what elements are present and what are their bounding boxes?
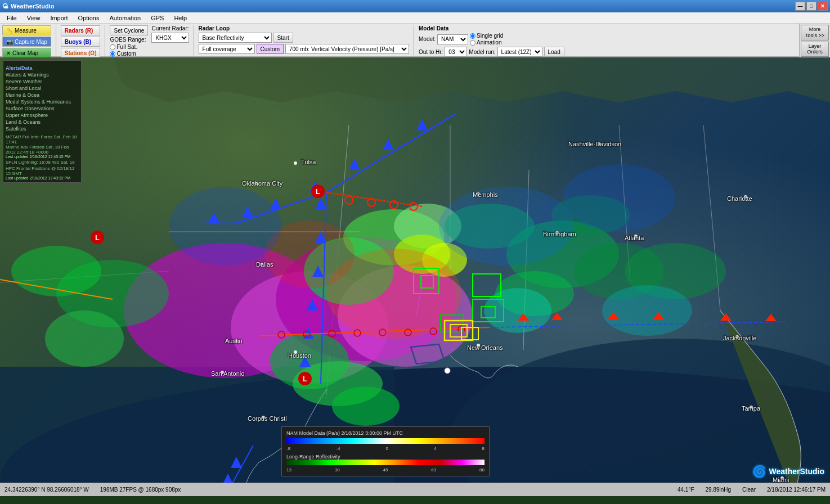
ws-logo-text: WeatherStudio: [769, 467, 824, 476]
grid-anim-options: Single grid Animation: [470, 33, 503, 46]
map-area[interactable]: L L L Tulsa Oklahoma City Dallas Austin …: [0, 57, 830, 496]
titlebar-controls: — □ ✕: [795, 2, 828, 11]
sidebar-last-updated-1: Last updated 2/18/2012 12:45:15 PM: [6, 155, 79, 159]
model-color-bar: [286, 438, 484, 445]
model-select[interactable]: NAM: [437, 34, 468, 44]
ref-63: 63: [431, 467, 436, 472]
model-max: 8: [482, 446, 484, 451]
model-run-label: Model run:: [469, 49, 495, 55]
menu-file[interactable]: File: [2, 14, 21, 22]
coordinates: 24.34226390° N 98.26606018° W: [5, 487, 89, 493]
custom-button[interactable]: Custom: [257, 44, 284, 54]
animation-radio[interactable]: [470, 40, 475, 46]
goes-range-row: GOES Range:: [110, 37, 148, 43]
sidebar-lightning: SFLN Lightning: 16:08:482 Sat, 18: [6, 160, 79, 165]
ws-icon: 🌀: [752, 465, 766, 478]
single-grid-radio[interactable]: [470, 33, 475, 39]
model-zero: 0: [385, 446, 388, 451]
sidebar-short[interactable]: Short and Local: [6, 85, 79, 92]
condition: Clear: [742, 487, 756, 493]
radars-button[interactable]: Radars (R): [61, 25, 101, 35]
minimize-button[interactable]: —: [795, 2, 805, 11]
menu-automation[interactable]: Automation: [105, 14, 146, 22]
reflectivity-color-bar: [286, 460, 484, 466]
legend-title: NAM Model Data (Pa/s) 2/18/2012 3:00:00 …: [286, 430, 484, 436]
model-mid-pos: 4: [434, 446, 436, 451]
animation-label[interactable]: Animation: [470, 39, 503, 46]
current-radar-label: Current Radar:: [151, 25, 189, 32]
sidebar-model[interactable]: Model Systems & Hurricanes: [6, 98, 79, 105]
menu-help[interactable]: Help: [169, 14, 191, 22]
more-tools-button[interactable]: More Tools >>: [801, 25, 829, 40]
sidebar-panel: Alerts/Data Waters & Warnings Severe Wea…: [3, 60, 82, 183]
layer-display-select[interactable]: 700 mb: Vertical Velocity (Pressure) [Pa…: [285, 44, 409, 54]
full-sat-radio[interactable]: [110, 44, 115, 50]
layer-orders-button[interactable]: Layer Orders: [801, 42, 829, 57]
app-icon: 🌤: [2, 3, 8, 10]
sidebar-waters[interactable]: Waters & Warnings: [6, 71, 79, 78]
ref-13: 13: [286, 467, 291, 472]
title-bar: 🌤 WeatherStudio — □ ✕: [0, 0, 830, 12]
stations-button[interactable]: Stations (O): [61, 48, 101, 58]
sidebar-satellites[interactable]: Satellites: [6, 125, 79, 132]
sidebar-marine[interactable]: Marine & Ocea: [6, 92, 79, 98]
measure-icon: 📏: [6, 28, 13, 34]
reflectivity-gradient: [286, 460, 484, 465]
base-reflectivity-select[interactable]: Base Reflectivity: [199, 33, 272, 43]
clear-icon: ✕: [6, 50, 11, 56]
custom-radio-label[interactable]: Custom: [110, 51, 148, 57]
weatherstudio-logo: 🌀 WeatherStudio: [752, 465, 824, 478]
sidebar-frontal: HPC Frontal Positions @ 02/18/12 15 GMT: [6, 166, 79, 176]
sidebar-metar: METAR Full Info: Forbs Sat, Feb 18 17:41: [6, 134, 79, 145]
left-tools-group: 📏 Measure 📷 Capture Map ✕ Clear Map: [2, 25, 51, 58]
toolbar: 📏 Measure 📷 Capture Map ✕ Clear Map Rada…: [0, 24, 830, 57]
coverage-row: Full coverage Custom 700 mb: Vertical Ve…: [199, 44, 409, 54]
model-data-group: Model Data Model: NAM Single grid Animat…: [419, 25, 564, 57]
sidebar-severe[interactable]: Severe Weather: [6, 78, 79, 85]
load-button[interactable]: Load: [544, 47, 564, 57]
current-radar-group: Current Radar: KHGX: [151, 25, 189, 43]
restore-button[interactable]: □: [806, 2, 816, 11]
current-radar-select[interactable]: KHGX: [151, 33, 189, 43]
close-button[interactable]: ✕: [818, 2, 828, 11]
sidebar-land[interactable]: Land & Oceans: [6, 119, 79, 125]
out-to-select[interactable]: 03: [445, 47, 467, 57]
model-row: Model: NAM Single grid Animation: [419, 33, 564, 46]
menu-view[interactable]: View: [23, 14, 45, 22]
performance: 198MB 27FPS @ 1680px 908px: [100, 487, 181, 493]
legend-box: NAM Model Data (Pa/s) 2/18/2012 3:00:00 …: [281, 426, 490, 476]
out-to-row: Out to Hr: 03 Model run: Latest (12Z) Lo…: [419, 47, 564, 57]
status-bar: 24.34226390° N 98.26606018° W 198MB 27FP…: [0, 483, 830, 496]
temperature: 44.1°F: [678, 487, 694, 493]
menu-bar: File View Import Options Automation GPS …: [0, 12, 830, 24]
buoys-button[interactable]: Buoys (B): [61, 37, 101, 47]
model-run-select[interactable]: Latest (12Z): [497, 47, 542, 57]
clear-map-button[interactable]: ✕ Clear Map: [2, 48, 51, 58]
out-to-label: Out to Hr:: [419, 49, 443, 55]
sidebar-marine-adv: Marine Adv Filtered Sat, 18 Feb 2012 22:…: [6, 145, 79, 155]
cyclone-goes-group: Set Cyclone GOES Range: Full Sat. Custom: [110, 25, 148, 57]
pressure: 29.89inHg: [706, 487, 732, 493]
ref-80: 80: [479, 467, 484, 472]
measure-button[interactable]: 📏 Measure: [2, 25, 51, 35]
radar-loop-label: Radar Loop: [199, 25, 409, 32]
sidebar-alerts[interactable]: Alerts/Data: [6, 65, 79, 71]
set-cyclone-button[interactable]: Set Cyclone: [110, 25, 148, 35]
start-button[interactable]: Start: [273, 33, 293, 43]
radar-loop-controls: Base Reflectivity Start: [199, 33, 409, 43]
menu-import[interactable]: Import: [46, 14, 72, 22]
custom-radio[interactable]: [110, 51, 115, 57]
capture-map-button[interactable]: 📷 Capture Map: [2, 37, 51, 47]
model-gradient: [286, 438, 484, 444]
sidebar-upper[interactable]: Upper Atmosphere: [6, 112, 79, 119]
menu-options[interactable]: Options: [74, 14, 104, 22]
full-coverage-select[interactable]: Full coverage: [199, 44, 255, 54]
sidebar-surface[interactable]: Surface Observations: [6, 105, 79, 112]
full-sat-radio-label[interactable]: Full Sat.: [110, 44, 148, 50]
sat-options: Full Sat. Custom: [110, 44, 148, 57]
menu-gps[interactable]: GPS: [146, 14, 168, 22]
single-grid-label[interactable]: Single grid: [470, 33, 503, 39]
right-tools-panel: More Tools >> Layer Orders: [799, 24, 830, 57]
separator-1: [56, 25, 56, 56]
sidebar-last-updated-2: Last updated 2/18/2012 12:43:32 PM: [6, 176, 79, 180]
